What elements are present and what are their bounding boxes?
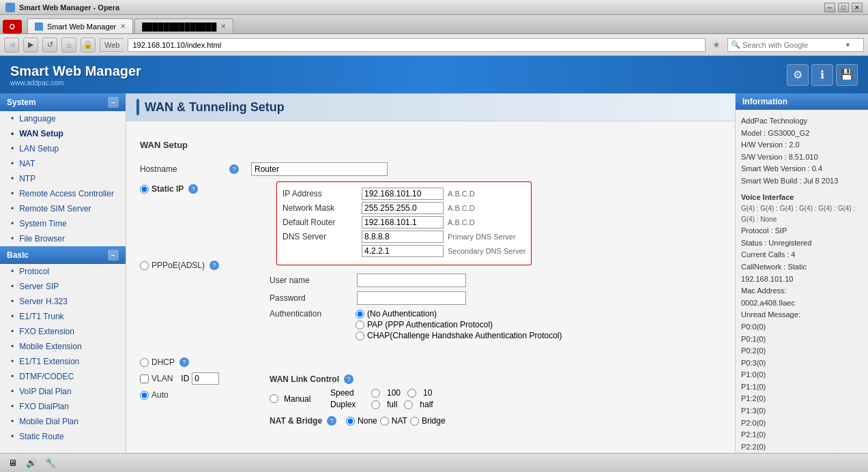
- dhcp-radio[interactable]: [140, 358, 149, 367]
- restore-button[interactable]: □: [838, 3, 849, 12]
- hostname-row: Hostname ?: [140, 162, 721, 176]
- sidebar-item-voip-dial-plan[interactable]: VoIP Dial Plan: [0, 384, 126, 399]
- auto-radio[interactable]: [140, 391, 149, 400]
- default-router-input[interactable]: [362, 216, 444, 228]
- password-label: Password: [270, 293, 351, 303]
- status-settings-icon[interactable]: 🔧: [44, 456, 57, 470]
- auth-chap-radio[interactable]: [356, 331, 364, 340]
- vlan-checkbox[interactable]: [140, 374, 149, 383]
- search-input[interactable]: [742, 41, 845, 49]
- basic-section-header[interactable]: Basic −: [0, 246, 126, 264]
- sidebar-item-system-time[interactable]: System Time: [0, 216, 126, 231]
- pppoe-help-icon[interactable]: ?: [209, 261, 219, 270]
- hostname-input[interactable]: [251, 162, 388, 176]
- basic-collapse-button[interactable]: −: [108, 250, 119, 261]
- duplex-half-radio[interactable]: [404, 400, 413, 409]
- speed-10-radio[interactable]: [407, 389, 416, 398]
- secondary-dns-row: Secondary DNS Server: [362, 245, 525, 257]
- secondary-dns-input[interactable]: [362, 245, 444, 257]
- nat-bridge-help-icon[interactable]: ?: [327, 416, 336, 426]
- sidebar-item-fxo-extension[interactable]: FXO Extension: [0, 324, 126, 339]
- back-button[interactable]: ◀: [4, 38, 19, 53]
- auth-none-radio[interactable]: [356, 310, 364, 319]
- sidebar-item-protocol[interactable]: Protocol: [0, 264, 126, 279]
- sidebar-item-remote-sim-label: Remote SIM Server: [19, 204, 91, 213]
- forward-button[interactable]: ▶: [23, 38, 38, 53]
- sidebar-item-language[interactable]: Language: [0, 111, 126, 126]
- status-monitor-icon[interactable]: 🖥: [5, 456, 19, 470]
- status-speaker-icon[interactable]: 🔊: [25, 456, 38, 470]
- sidebar-item-lan-setup[interactable]: LAN Setup: [0, 141, 126, 156]
- wlc-header-row: WAN Link Control ?: [270, 374, 721, 384]
- system-section-header[interactable]: System −: [0, 93, 126, 111]
- auth-pap-radio[interactable]: [356, 321, 364, 329]
- sidebar-item-static-route[interactable]: Static Route: [0, 429, 126, 444]
- nat-bridge-section: NAT & Bridge ? None NAT Bridge: [270, 416, 721, 426]
- sidebar-item-mobile-dial-plan[interactable]: Mobile Dial Plan: [0, 414, 126, 429]
- tab-smart-web-manager[interactable]: Smart Web Manager ✕: [27, 18, 133, 33]
- save-icon-button[interactable]: 💾: [836, 64, 858, 86]
- primary-dns-input[interactable]: [362, 231, 444, 243]
- sidebar: System − Language WAN Setup LAN Setup NA…: [0, 93, 126, 453]
- sidebar-item-server-h323[interactable]: Server H.323: [0, 294, 126, 309]
- sidebar-item-protocol-label: Protocol: [19, 267, 49, 276]
- sidebar-item-ntp[interactable]: NTP: [0, 171, 126, 186]
- system-collapse-button[interactable]: −: [108, 97, 119, 108]
- bookmark-star[interactable]: ★: [710, 38, 723, 52]
- username-input[interactable]: [357, 274, 466, 287]
- title-bar: Smart Web Manager - Opera ─ □ ✕: [0, 0, 868, 15]
- duplex-full-radio[interactable]: [371, 400, 380, 409]
- static-ip-help-icon[interactable]: ?: [188, 184, 198, 194]
- wan-type-radios: Static IP ? PPPoE(ADSL) ? DHCP ?: [140, 181, 256, 400]
- sidebar-item-e1t1-trunk[interactable]: E1/T1 Trunk: [0, 309, 126, 324]
- sidebar-item-server-sip[interactable]: Server SIP: [0, 279, 126, 294]
- minimize-button[interactable]: ─: [824, 3, 835, 12]
- sidebar-item-e1t1-extension[interactable]: E1/T1 Extension: [0, 354, 126, 369]
- sidebar-item-mobile-extension[interactable]: Mobile Extension: [0, 339, 126, 354]
- nat-bridge-none-radio[interactable]: [346, 417, 355, 426]
- sidebar-item-nat[interactable]: NAT: [0, 156, 126, 171]
- close-button[interactable]: ✕: [852, 3, 863, 12]
- wlc-help-icon[interactable]: ?: [344, 374, 353, 384]
- header-icons: ⚙ ℹ 💾: [787, 64, 858, 86]
- nat-radio[interactable]: [380, 417, 389, 426]
- pppoe-radio[interactable]: [140, 261, 149, 270]
- tab-close-1[interactable]: ✕: [120, 23, 126, 30]
- refresh-button[interactable]: ↺: [42, 38, 57, 53]
- vlan-id-input[interactable]: [192, 372, 219, 385]
- address-input[interactable]: [128, 38, 706, 52]
- static-ip-radio[interactable]: [140, 185, 149, 194]
- search-dropdown-icon[interactable]: ▼: [845, 42, 851, 48]
- info-model: Model : GS3000_G2: [741, 128, 863, 140]
- home-button[interactable]: ⌂: [61, 38, 76, 53]
- sidebar-item-fxo-dialplan[interactable]: FXO DialPlan: [0, 399, 126, 414]
- default-router-label: Default Router: [283, 218, 358, 227]
- sidebar-item-server-h323-label: Server H.323: [19, 297, 68, 306]
- manual-radio[interactable]: [270, 394, 278, 403]
- wlc-label: WAN Link Control: [270, 374, 339, 384]
- content-area: WAN & Tunneling Setup WAN Setup Hostname…: [126, 93, 735, 453]
- address-bar: ◀ ▶ ↺ ⌂ 🔒 Web ★ 🔍 ▼: [0, 34, 868, 56]
- wlc-manual-row: Manual Speed 100 10 Dupl: [270, 388, 721, 409]
- password-input[interactable]: [357, 291, 466, 305]
- ip-address-input[interactable]: [362, 188, 444, 200]
- info-smart-web-version: Smart Web Version : 0.4: [741, 163, 863, 175]
- hostname-help-icon[interactable]: ?: [229, 164, 239, 174]
- password-row: Password: [270, 291, 721, 305]
- sidebar-item-remote-sim[interactable]: Remote SIM Server: [0, 201, 126, 216]
- network-mask-input[interactable]: [362, 202, 444, 214]
- sidebar-item-wan-setup[interactable]: WAN Setup: [0, 126, 126, 141]
- tab-close-2[interactable]: ✕: [220, 23, 226, 30]
- settings-icon-button[interactable]: ⚙: [787, 64, 809, 86]
- sidebar-item-file-browser[interactable]: File Browser: [0, 231, 126, 246]
- info-company: AddPac Technology: [741, 115, 863, 128]
- sidebar-item-remote-access[interactable]: Remote Access Controller: [0, 186, 126, 201]
- info-icon-button[interactable]: ℹ: [811, 64, 833, 86]
- speed-100-radio[interactable]: [371, 389, 380, 398]
- sidebar-item-dtmf-codec[interactable]: DTMF/CODEC: [0, 369, 126, 384]
- bridge-radio[interactable]: [410, 417, 419, 426]
- dhcp-help-icon[interactable]: ?: [179, 357, 189, 367]
- tab-second[interactable]: ██████████████ ✕: [134, 18, 233, 33]
- sidebar-item-lan-label: LAN Setup: [19, 144, 59, 153]
- security-button[interactable]: 🔒: [81, 38, 96, 53]
